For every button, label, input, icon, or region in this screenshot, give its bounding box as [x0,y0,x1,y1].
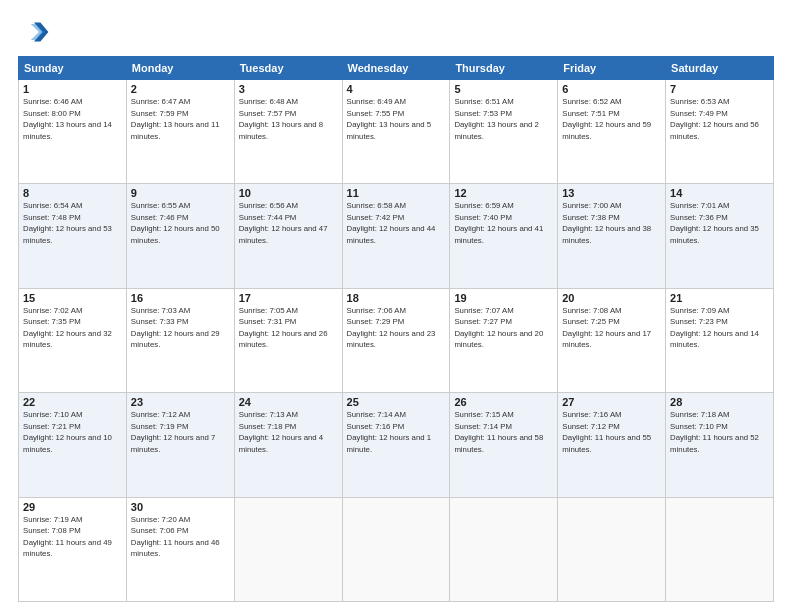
day-of-week-header: Monday [126,57,234,80]
calendar-table: SundayMondayTuesdayWednesdayThursdayFrid… [18,56,774,602]
day-detail: Sunrise: 6:46 AMSunset: 8:00 PMDaylight:… [23,97,112,141]
page-header [18,16,774,48]
calendar-cell: 1Sunrise: 6:46 AMSunset: 8:00 PMDaylight… [19,80,127,184]
day-detail: Sunrise: 6:53 AMSunset: 7:49 PMDaylight:… [670,97,759,141]
day-detail: Sunrise: 7:02 AMSunset: 7:35 PMDaylight:… [23,306,112,350]
calendar-cell [342,497,450,601]
calendar-cell: 14Sunrise: 7:01 AMSunset: 7:36 PMDayligh… [666,184,774,288]
day-detail: Sunrise: 7:12 AMSunset: 7:19 PMDaylight:… [131,410,216,454]
day-number: 19 [454,292,553,304]
day-number: 6 [562,83,661,95]
calendar-cell: 4Sunrise: 6:49 AMSunset: 7:55 PMDaylight… [342,80,450,184]
calendar-cell: 10Sunrise: 6:56 AMSunset: 7:44 PMDayligh… [234,184,342,288]
day-number: 1 [23,83,122,95]
day-number: 16 [131,292,230,304]
day-number: 8 [23,187,122,199]
calendar-cell: 23Sunrise: 7:12 AMSunset: 7:19 PMDayligh… [126,393,234,497]
day-of-week-header: Thursday [450,57,558,80]
calendar-cell: 13Sunrise: 7:00 AMSunset: 7:38 PMDayligh… [558,184,666,288]
day-detail: Sunrise: 7:18 AMSunset: 7:10 PMDaylight:… [670,410,759,454]
day-detail: Sunrise: 7:13 AMSunset: 7:18 PMDaylight:… [239,410,324,454]
day-number: 13 [562,187,661,199]
day-number: 24 [239,396,338,408]
day-detail: Sunrise: 7:15 AMSunset: 7:14 PMDaylight:… [454,410,543,454]
day-number: 9 [131,187,230,199]
day-detail: Sunrise: 6:58 AMSunset: 7:42 PMDaylight:… [347,201,436,245]
day-detail: Sunrise: 7:09 AMSunset: 7:23 PMDaylight:… [670,306,759,350]
calendar-cell: 25Sunrise: 7:14 AMSunset: 7:16 PMDayligh… [342,393,450,497]
day-number: 29 [23,501,122,513]
day-number: 10 [239,187,338,199]
calendar-cell: 12Sunrise: 6:59 AMSunset: 7:40 PMDayligh… [450,184,558,288]
day-of-week-header: Saturday [666,57,774,80]
calendar-cell: 20Sunrise: 7:08 AMSunset: 7:25 PMDayligh… [558,288,666,392]
day-number: 7 [670,83,769,95]
calendar-cell: 24Sunrise: 7:13 AMSunset: 7:18 PMDayligh… [234,393,342,497]
day-number: 14 [670,187,769,199]
day-number: 26 [454,396,553,408]
day-number: 18 [347,292,446,304]
day-of-week-header: Wednesday [342,57,450,80]
day-detail: Sunrise: 6:59 AMSunset: 7:40 PMDaylight:… [454,201,543,245]
day-number: 4 [347,83,446,95]
day-detail: Sunrise: 7:01 AMSunset: 7:36 PMDaylight:… [670,201,759,245]
day-number: 11 [347,187,446,199]
day-of-week-header: Sunday [19,57,127,80]
calendar-cell [558,497,666,601]
day-detail: Sunrise: 7:03 AMSunset: 7:33 PMDaylight:… [131,306,220,350]
day-detail: Sunrise: 6:54 AMSunset: 7:48 PMDaylight:… [23,201,112,245]
calendar-cell: 26Sunrise: 7:15 AMSunset: 7:14 PMDayligh… [450,393,558,497]
calendar-cell: 22Sunrise: 7:10 AMSunset: 7:21 PMDayligh… [19,393,127,497]
calendar-cell: 15Sunrise: 7:02 AMSunset: 7:35 PMDayligh… [19,288,127,392]
day-detail: Sunrise: 7:10 AMSunset: 7:21 PMDaylight:… [23,410,112,454]
calendar-cell [234,497,342,601]
day-detail: Sunrise: 7:19 AMSunset: 7:08 PMDaylight:… [23,515,112,559]
day-detail: Sunrise: 7:00 AMSunset: 7:38 PMDaylight:… [562,201,651,245]
calendar-cell: 16Sunrise: 7:03 AMSunset: 7:33 PMDayligh… [126,288,234,392]
calendar-cell: 5Sunrise: 6:51 AMSunset: 7:53 PMDaylight… [450,80,558,184]
calendar-cell: 30Sunrise: 7:20 AMSunset: 7:06 PMDayligh… [126,497,234,601]
day-detail: Sunrise: 7:05 AMSunset: 7:31 PMDaylight:… [239,306,328,350]
day-detail: Sunrise: 6:51 AMSunset: 7:53 PMDaylight:… [454,97,539,141]
day-number: 20 [562,292,661,304]
calendar-cell: 19Sunrise: 7:07 AMSunset: 7:27 PMDayligh… [450,288,558,392]
day-detail: Sunrise: 6:49 AMSunset: 7:55 PMDaylight:… [347,97,432,141]
day-number: 22 [23,396,122,408]
day-detail: Sunrise: 7:07 AMSunset: 7:27 PMDaylight:… [454,306,543,350]
day-detail: Sunrise: 6:47 AMSunset: 7:59 PMDaylight:… [131,97,220,141]
calendar-cell: 18Sunrise: 7:06 AMSunset: 7:29 PMDayligh… [342,288,450,392]
calendar-cell: 9Sunrise: 6:55 AMSunset: 7:46 PMDaylight… [126,184,234,288]
logo [18,16,54,48]
day-of-week-header: Tuesday [234,57,342,80]
calendar-cell: 3Sunrise: 6:48 AMSunset: 7:57 PMDaylight… [234,80,342,184]
day-detail: Sunrise: 6:48 AMSunset: 7:57 PMDaylight:… [239,97,324,141]
calendar-cell: 2Sunrise: 6:47 AMSunset: 7:59 PMDaylight… [126,80,234,184]
calendar-cell: 7Sunrise: 6:53 AMSunset: 7:49 PMDaylight… [666,80,774,184]
logo-icon [18,16,50,48]
day-detail: Sunrise: 7:20 AMSunset: 7:06 PMDaylight:… [131,515,220,559]
calendar-cell: 28Sunrise: 7:18 AMSunset: 7:10 PMDayligh… [666,393,774,497]
calendar-cell: 27Sunrise: 7:16 AMSunset: 7:12 PMDayligh… [558,393,666,497]
day-number: 5 [454,83,553,95]
calendar-cell: 11Sunrise: 6:58 AMSunset: 7:42 PMDayligh… [342,184,450,288]
day-detail: Sunrise: 7:14 AMSunset: 7:16 PMDaylight:… [347,410,432,454]
day-number: 21 [670,292,769,304]
day-number: 27 [562,396,661,408]
calendar-cell: 6Sunrise: 6:52 AMSunset: 7:51 PMDaylight… [558,80,666,184]
calendar-cell: 29Sunrise: 7:19 AMSunset: 7:08 PMDayligh… [19,497,127,601]
day-number: 23 [131,396,230,408]
day-number: 12 [454,187,553,199]
day-detail: Sunrise: 6:56 AMSunset: 7:44 PMDaylight:… [239,201,328,245]
day-number: 30 [131,501,230,513]
day-number: 25 [347,396,446,408]
day-detail: Sunrise: 6:52 AMSunset: 7:51 PMDaylight:… [562,97,651,141]
day-detail: Sunrise: 7:08 AMSunset: 7:25 PMDaylight:… [562,306,651,350]
calendar-cell [666,497,774,601]
calendar-cell [450,497,558,601]
day-number: 15 [23,292,122,304]
day-number: 17 [239,292,338,304]
day-number: 2 [131,83,230,95]
day-detail: Sunrise: 7:16 AMSunset: 7:12 PMDaylight:… [562,410,651,454]
day-of-week-header: Friday [558,57,666,80]
calendar-cell: 21Sunrise: 7:09 AMSunset: 7:23 PMDayligh… [666,288,774,392]
